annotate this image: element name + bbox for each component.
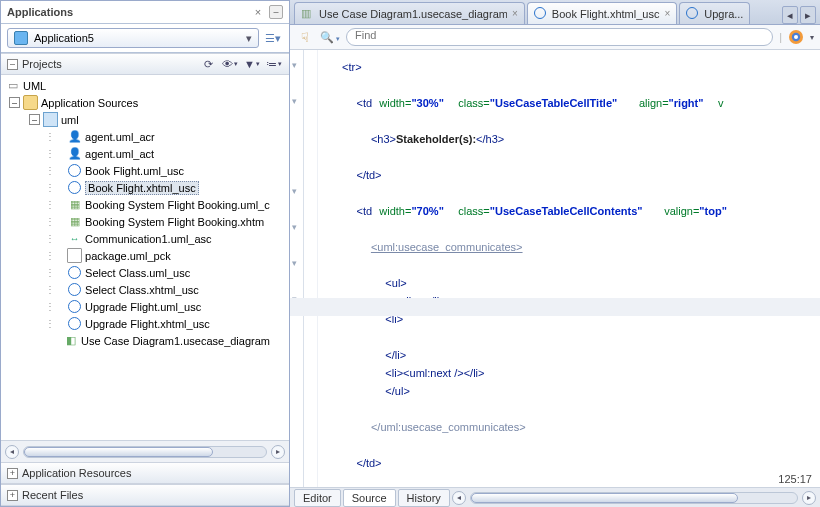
fold-gutter[interactable] <box>290 50 304 487</box>
tab-upgrade-truncated[interactable]: Upgra... <box>679 2 750 24</box>
tree-root-uml[interactable]: UML <box>1 77 289 94</box>
panel-close-icon[interactable]: × <box>251 5 265 19</box>
class-diagram-icon <box>67 197 82 212</box>
folder-icon <box>23 95 38 110</box>
tree-package-uml[interactable]: – uml <box>1 111 289 128</box>
dropdown-caret-icon: ▾ <box>246 32 252 45</box>
recent-files-section[interactable]: + Recent Files <box>1 484 289 506</box>
package-file-icon <box>67 248 82 263</box>
tree-tool-refresh[interactable]: ⟳ <box>199 55 217 73</box>
find-separator: | <box>779 31 782 43</box>
annotation-gutter <box>304 50 318 487</box>
applications-header: Applications × – <box>1 1 289 24</box>
scroll-left-button[interactable]: ◂ <box>452 491 466 505</box>
project-navigator-pane: Applications × – Application5 ▾ ☰▾ – Pro… <box>0 0 290 507</box>
package-icon <box>43 112 58 127</box>
tree-item[interactable]: ⋮ Upgrade Flight.xhtml_usc <box>1 315 289 332</box>
current-line-highlight <box>290 298 820 316</box>
code-editor[interactable]: <tr> <td width="30%" class="UseCaseTable… <box>290 50 820 487</box>
application-name: Application5 <box>34 32 94 44</box>
scroll-right-button[interactable]: ▸ <box>271 445 285 459</box>
browser-preview-button[interactable] <box>788 29 804 45</box>
tree-item[interactable]: ⋮ Booking System Flight Booking.xhtm <box>1 213 289 230</box>
tree-item[interactable]: ⋮ Book Flight.uml_usc <box>1 162 289 179</box>
diagram-icon <box>63 333 78 348</box>
applications-title: Applications <box>7 6 73 18</box>
application-icon <box>14 31 28 45</box>
gear-icon: ☰▾ <box>265 32 281 45</box>
usecase-icon <box>67 180 82 195</box>
usecase-icon <box>686 7 699 20</box>
application-selector[interactable]: Application5 ▾ <box>7 28 259 48</box>
panel-minimize-button[interactable]: – <box>269 5 283 19</box>
tree-item[interactable]: ⋮ Upgrade Flight.uml_usc <box>1 298 289 315</box>
expander-icon[interactable]: – <box>29 114 40 125</box>
find-toolbar: 🔍▾ | ▾ <box>290 24 820 50</box>
usecase-icon <box>534 7 547 20</box>
scroll-thumb[interactable] <box>24 447 213 457</box>
application-selector-row: Application5 ▾ ☰▾ <box>1 24 289 53</box>
usecase-icon <box>67 163 82 178</box>
cursor-position-status: 125:17 <box>778 473 812 485</box>
projects-section-header[interactable]: – Projects ⟳ 👁▾ ▼▾ ≔▾ <box>1 53 289 75</box>
usecase-icon <box>67 282 82 297</box>
usecase-icon <box>67 316 82 331</box>
tree-tool-filter[interactable]: ▼▾ <box>243 55 261 73</box>
tree-item[interactable]: ⋮ Select Class.uml_usc <box>1 264 289 281</box>
tree-tool-sort[interactable]: ≔▾ <box>265 55 283 73</box>
class-diagram-icon <box>67 214 82 229</box>
usecase-icon <box>67 299 82 314</box>
tab-close-icon[interactable]: × <box>664 8 670 19</box>
projects-label: Projects <box>22 58 62 70</box>
actor-icon <box>67 146 82 161</box>
tab-close-icon[interactable]: × <box>512 8 518 19</box>
application-resources-section[interactable]: + Application Resources <box>1 462 289 484</box>
scroll-left-button[interactable]: ◂ <box>5 445 19 459</box>
bottom-tab-editor[interactable]: Editor <box>294 489 341 507</box>
bottom-tab-source[interactable]: Source <box>343 489 396 507</box>
application-resources-label: Application Resources <box>22 467 131 479</box>
editor-tab-bar: Use Case Diagram1.usecase_diagram × Book… <box>290 0 820 24</box>
svg-point-2 <box>794 35 798 39</box>
tree-item[interactable]: ⋮ agent.uml_act <box>1 145 289 162</box>
tree-item-selected[interactable]: ⋮ Book Flight.xhtml_usc <box>1 179 289 196</box>
tree-tool-working-sets[interactable]: 👁▾ <box>221 55 239 73</box>
project-tree[interactable]: UML – Application Sources – uml ⋮ agent.… <box>1 75 289 440</box>
tab-scroll-left[interactable]: ◂ <box>782 6 798 24</box>
bottom-tab-history[interactable]: History <box>398 489 450 507</box>
tree-item[interactable]: ⋮ agent.uml_acr <box>1 128 289 145</box>
tree-folder-appsources[interactable]: – Application Sources <box>1 94 289 111</box>
usecase-icon <box>67 265 82 280</box>
tab-usecase-diagram[interactable]: Use Case Diagram1.usecase_diagram × <box>294 2 525 24</box>
application-options-button[interactable]: ☰▾ <box>263 28 283 48</box>
find-input-wrapper[interactable] <box>346 28 773 46</box>
communication-icon <box>67 231 82 246</box>
find-input[interactable] <box>355 29 764 41</box>
tree-item[interactable]: ⋮ Booking System Flight Booking.uml_c <box>1 196 289 213</box>
editor-hscroll-track[interactable] <box>470 492 798 504</box>
editor-hscroll-thumb[interactable] <box>471 493 738 503</box>
browser-dropdown-caret[interactable]: ▾ <box>810 33 814 42</box>
tree-item[interactable]: ⋮ Select Class.xhtml_usc <box>1 281 289 298</box>
code-content[interactable]: <tr> <td width="30%" class="UseCaseTable… <box>290 50 820 487</box>
expand-toggle-icon[interactable]: + <box>7 468 18 479</box>
collapse-toggle-icon[interactable]: – <box>7 59 18 70</box>
editor-bottom-bar: Editor Source History ◂ ▸ <box>290 487 820 507</box>
tree-horizontal-scrollbar[interactable]: ◂ ▸ <box>1 440 289 462</box>
scroll-right-button[interactable]: ▸ <box>802 491 816 505</box>
recent-files-label: Recent Files <box>22 489 83 501</box>
find-options-button[interactable]: 🔍▾ <box>320 31 340 44</box>
tab-scroll-right[interactable]: ▸ <box>800 6 816 24</box>
tree-item[interactable]: Use Case Diagram1.usecase_diagram <box>1 332 289 349</box>
expander-icon[interactable]: – <box>9 97 20 108</box>
cursor-mode-button[interactable] <box>296 28 314 46</box>
scroll-track[interactable] <box>23 446 267 458</box>
tree-item[interactable]: ⋮ package.uml_pck <box>1 247 289 264</box>
tree-item[interactable]: ⋮ Communication1.uml_asc <box>1 230 289 247</box>
tab-book-flight-active[interactable]: Book Flight.xhtml_usc × <box>527 2 677 24</box>
tab-label: Use Case Diagram1.usecase_diagram <box>319 8 507 20</box>
tab-label: Book Flight.xhtml_usc <box>552 8 660 20</box>
tab-scroll-tools: ◂ ▸ <box>782 6 820 24</box>
actor-icon <box>67 129 82 144</box>
expand-toggle-icon[interactable]: + <box>7 490 18 501</box>
